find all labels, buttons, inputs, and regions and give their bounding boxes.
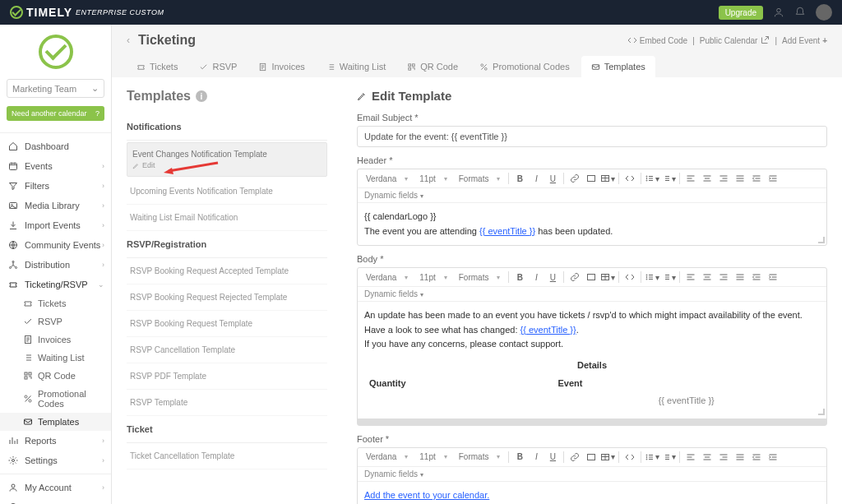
sidebar-item-community-events[interactable]: Community Events› xyxy=(0,235,111,255)
sidebar-sub-qr-code[interactable]: QR Code xyxy=(0,367,111,385)
footer-editor-body[interactable]: Add the event to your calendar. xyxy=(358,482,826,504)
sidebar-sub-templates[interactable]: Templates xyxy=(0,413,111,431)
bell-icon[interactable] xyxy=(794,7,806,18)
resize-handle[interactable] xyxy=(817,407,825,415)
outdent-button[interactable] xyxy=(749,171,764,186)
align-right-button[interactable] xyxy=(716,270,731,284)
upgrade-button[interactable]: Upgrade xyxy=(719,6,763,20)
dynamic-fields-dropdown[interactable]: Dynamic fields ▾ xyxy=(364,191,423,200)
formats-select[interactable]: Formats▾ xyxy=(454,451,506,463)
align-center-button[interactable] xyxy=(700,171,715,186)
table-button[interactable]: ▾ xyxy=(600,270,615,284)
underline-button[interactable]: U xyxy=(545,450,560,465)
template-item[interactable]: RSVP Cancellation Template xyxy=(127,337,327,363)
align-center-button[interactable] xyxy=(700,450,715,465)
avatar[interactable] xyxy=(816,4,832,21)
sidebar-item-my-account[interactable]: My Account› xyxy=(0,478,111,497)
outdent-button[interactable] xyxy=(749,450,764,465)
tab-templates[interactable]: Templates xyxy=(581,56,655,77)
formats-select[interactable]: Formats▾ xyxy=(454,173,506,185)
horizontal-scrollbar[interactable] xyxy=(358,418,826,425)
link-button[interactable] xyxy=(567,450,582,465)
sidebar-item-import-events[interactable]: Import Events› xyxy=(0,215,111,235)
sidebar-sub-rsvp[interactable]: RSVP xyxy=(0,312,111,331)
align-center-button[interactable] xyxy=(700,270,715,284)
tab-waiting-list[interactable]: Waiting List xyxy=(317,56,396,77)
underline-button[interactable]: U xyxy=(545,270,560,284)
sidebar-item-ticketing-rsvp[interactable]: Ticketing/RSVP⌄ xyxy=(0,275,111,294)
dynamic-fields-dropdown[interactable]: Dynamic fields ▾ xyxy=(364,289,423,298)
code-button[interactable] xyxy=(622,270,637,284)
link-button[interactable] xyxy=(567,171,582,186)
resize-handle[interactable] xyxy=(817,235,825,243)
tab-promotional-codes[interactable]: Promotional Codes xyxy=(470,56,580,77)
edit-link[interactable]: Edit xyxy=(132,161,322,169)
template-item[interactable]: RSVP Booking Request Template xyxy=(127,311,327,337)
back-chevron-icon[interactable]: ‹ xyxy=(127,35,130,46)
table-button[interactable]: ▾ xyxy=(600,450,615,465)
indent-button[interactable] xyxy=(766,270,780,284)
image-button[interactable] xyxy=(584,450,599,465)
sidebar-item-distribution[interactable]: Distribution› xyxy=(0,255,111,275)
italic-button[interactable]: I xyxy=(529,171,544,186)
body-editor-body[interactable]: An update has been made to an event you … xyxy=(358,302,826,417)
italic-button[interactable]: I xyxy=(529,450,544,465)
sidebar-sub-promotional-codes[interactable]: Promotional Codes xyxy=(0,385,111,413)
align-justify-button[interactable] xyxy=(733,450,747,465)
sidebar-sub-invoices[interactable]: Invoices xyxy=(0,331,111,349)
size-select[interactable]: 11pt▾ xyxy=(414,173,451,185)
indent-button[interactable] xyxy=(766,450,780,465)
dynamic-fields-dropdown[interactable]: Dynamic fields ▾ xyxy=(364,469,423,479)
number-list-button[interactable]: ▾ xyxy=(661,171,676,186)
number-list-button[interactable]: ▾ xyxy=(661,450,676,465)
align-justify-button[interactable] xyxy=(733,171,747,186)
align-left-button[interactable] xyxy=(683,270,698,284)
template-item[interactable]: Waiting List Email Notification xyxy=(127,205,327,231)
size-select[interactable]: 11pt▾ xyxy=(414,451,451,463)
add-event-link[interactable]: Add Event + xyxy=(782,36,827,45)
add-to-calendar-link[interactable]: Add the event to your calendar. xyxy=(364,490,489,500)
user-icon[interactable] xyxy=(773,7,784,18)
align-right-button[interactable] xyxy=(716,450,731,465)
tab-qr-code[interactable]: QR Code xyxy=(397,56,468,77)
code-button[interactable] xyxy=(622,450,637,465)
tab-invoices[interactable]: Invoices xyxy=(248,56,314,77)
template-item[interactable]: RSVP Booking Request Accepted Template xyxy=(127,258,327,284)
bullet-list-button[interactable]: ▾ xyxy=(645,270,659,284)
public-calendar-link[interactable]: Public Calendar xyxy=(700,35,770,45)
align-justify-button[interactable] xyxy=(733,270,747,284)
need-calendar-button[interactable]: Need another calendar ? xyxy=(7,106,104,121)
template-item[interactable]: Event Changes Notification TemplateEdit xyxy=(127,142,327,177)
indent-button[interactable] xyxy=(766,171,780,186)
sidebar-item-reports[interactable]: Reports› xyxy=(0,431,111,451)
bullet-list-button[interactable]: ▾ xyxy=(645,171,659,186)
sidebar-item-settings[interactable]: Settings› xyxy=(0,451,111,470)
italic-button[interactable]: I xyxy=(529,270,544,284)
image-button[interactable] xyxy=(584,270,599,284)
align-right-button[interactable] xyxy=(716,171,731,186)
underline-button[interactable]: U xyxy=(545,171,560,186)
formats-select[interactable]: Formats▾ xyxy=(454,271,506,284)
image-button[interactable] xyxy=(584,171,599,186)
event-title-link[interactable]: {{ eventTitle }} xyxy=(479,226,535,236)
template-item[interactable]: RSVP Booking Request Rejected Template xyxy=(127,284,327,311)
sidebar-sub-tickets[interactable]: Tickets xyxy=(0,294,111,312)
align-left-button[interactable] xyxy=(683,450,698,465)
bold-button[interactable]: B xyxy=(512,270,527,284)
tab-tickets[interactable]: Tickets xyxy=(127,56,187,77)
link-button[interactable] xyxy=(567,270,582,284)
team-select[interactable]: Marketing Team ⌄ xyxy=(7,79,104,98)
align-left-button[interactable] xyxy=(683,171,698,186)
tab-rsvp[interactable]: RSVP xyxy=(189,56,247,77)
sidebar-item-events[interactable]: Events› xyxy=(0,156,111,176)
outdent-button[interactable] xyxy=(749,270,764,284)
event-title-link[interactable]: {{ eventTitle }} xyxy=(520,325,576,335)
font-select[interactable]: Verdana▾ xyxy=(361,173,413,185)
sidebar-item-dashboard[interactable]: Dashboard xyxy=(0,136,111,156)
embed-code-link[interactable]: Embed Code xyxy=(627,35,687,45)
table-button[interactable]: ▾ xyxy=(600,171,615,186)
template-item[interactable]: RSVP Template xyxy=(127,390,327,416)
sidebar-sub-waiting-list[interactable]: Waiting List xyxy=(0,349,111,367)
template-item[interactable]: Ticket Cancellation Template xyxy=(127,443,327,469)
bold-button[interactable]: B xyxy=(512,171,527,186)
